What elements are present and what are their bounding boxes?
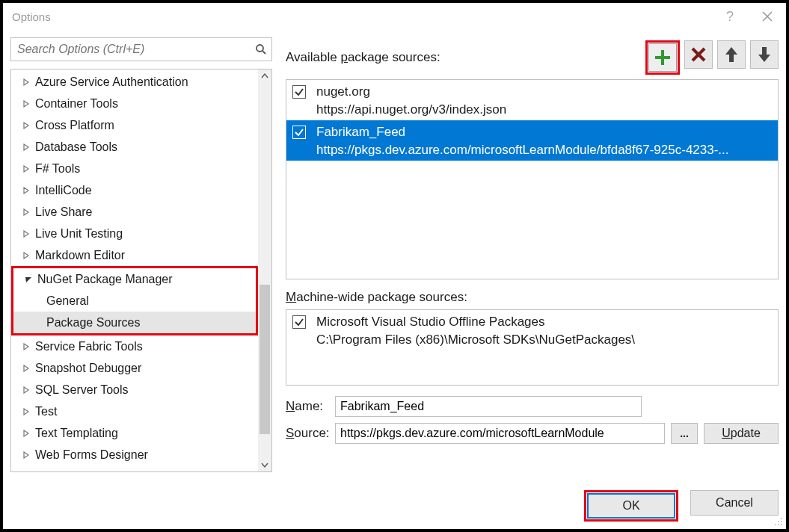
right-panel: Available package sources: [275,30,786,480]
source-row[interactable]: Fabrikam_Feedhttps://pkgs.dev.azure.com/… [286,120,778,161]
available-sources-header: Available package sources: [286,40,779,75]
sources-toolbar [645,40,779,75]
available-sources-list[interactable]: nuget.orghttps://api.nuget.org/v3/index.… [286,79,779,279]
source-field[interactable] [335,423,665,444]
caret-down-icon [24,275,33,284]
browse-button[interactable]: ... [671,423,698,444]
options-tree-container: Azure Service AuthenticationContainer To… [10,69,272,472]
machine-sources-list[interactable]: Microsoft Visual Studio Offline Packages… [286,309,779,386]
resize-grip-icon[interactable] [773,516,783,526]
source-name: nuget.org [316,83,772,101]
tree-item[interactable]: Markdown Editor [11,244,258,266]
nuget-highlight: NuGet Package ManagerGeneralPackage Sour… [11,266,258,335]
move-down-button[interactable] [750,40,779,69]
tree-item-label: Web Forms Designer [35,444,148,466]
svg-point-4 [781,518,782,519]
add-source-button[interactable] [648,43,677,72]
tree-item[interactable]: Azure Service Authentication [11,71,258,93]
tree-item[interactable]: Test [11,400,258,422]
close-button[interactable] [749,3,786,30]
caret-right-icon [22,186,31,195]
tree-item[interactable]: Cross Platform [11,114,258,136]
tree-item-label: Azure Service Authentication [35,71,188,93]
caret-right-icon [22,451,31,460]
source-checkbox[interactable] [292,126,306,139]
source-checkbox[interactable] [292,85,306,99]
caret-right-icon [22,407,31,416]
caret-right-icon [22,342,31,351]
tree-item[interactable]: IntelliCode [11,179,258,201]
move-up-button[interactable] [717,40,746,69]
tree-item[interactable]: Web Forms Designer [11,444,258,466]
scroll-down-button[interactable] [258,458,271,471]
tree-item[interactable]: NuGet Package Manager [13,268,256,290]
options-tree[interactable]: Azure Service AuthenticationContainer To… [11,69,258,471]
help-button[interactable]: ? [711,3,749,30]
tree-item[interactable]: Database Tools [11,136,258,158]
source-row: Source: ... Update [286,423,779,444]
tree-item[interactable]: Package Sources [13,312,256,333]
source-row[interactable]: Microsoft Visual Studio Offline Packages… [286,310,778,350]
source-label: Source: [286,426,335,441]
caret-right-icon [22,251,31,260]
svg-point-9 [781,524,782,525]
tree-item[interactable]: General [13,290,256,312]
caret-right-icon [22,386,31,395]
tree-scrollbar[interactable] [258,69,271,471]
search-input[interactable] [11,40,251,59]
x-icon [690,46,707,63]
tree-item-label: Service Fabric Tools [35,335,143,357]
search-icon [251,38,271,61]
caret-right-icon [22,99,31,108]
search-options[interactable] [10,37,272,61]
caret-right-icon [22,143,31,152]
update-button[interactable]: Update [704,423,779,444]
source-url: https://pkgs.dev.azure.com/microsoftLear… [316,141,772,159]
ok-button[interactable]: OK [587,493,675,519]
tree-item-label: General [46,290,89,312]
close-icon [762,11,773,22]
source-checkbox[interactable] [292,315,306,329]
scroll-up-button[interactable] [258,69,271,83]
available-sources-label: Available package sources: [286,50,440,65]
arrow-up-icon [724,46,739,64]
svg-point-7 [775,524,776,525]
tree-item-label: Text Templating [35,422,118,444]
plus-icon [654,49,672,66]
tree-item[interactable]: F# Tools [11,158,258,179]
arrow-down-icon [757,46,772,64]
cancel-button[interactable]: Cancel [690,490,779,516]
tree-item-label: F# Tools [35,158,80,179]
name-label: Name: [286,399,335,414]
tree-item-label: Live Share [35,201,93,223]
scroll-thumb[interactable] [260,285,270,434]
tree-item[interactable]: SQL Server Tools [11,379,258,400]
caret-right-icon [22,429,31,438]
remove-source-button[interactable] [684,40,713,69]
dialog-footer: OK Cancel [3,480,786,529]
tree-item-label: Container Tools [35,93,118,114]
caret-right-icon [22,208,31,217]
source-row[interactable]: nuget.orghttps://api.nuget.org/v3/index.… [286,80,778,120]
tree-item[interactable]: Container Tools [11,93,258,114]
scroll-track[interactable] [258,83,271,458]
help-icon: ? [726,9,734,25]
left-panel: Azure Service AuthenticationContainer To… [3,30,275,480]
svg-point-5 [778,521,779,522]
caret-right-icon [22,164,31,173]
caret-right-icon [22,229,31,238]
source-name: Microsoft Visual Studio Offline Packages [316,313,772,331]
tree-item[interactable]: Service Fabric Tools [11,335,258,357]
tree-item[interactable]: Text Templating [11,422,258,444]
tree-item[interactable]: Live Unit Testing [11,223,258,244]
tree-item[interactable]: Live Share [11,201,258,223]
tree-item-label: Live Unit Testing [35,223,123,244]
tree-item-label: Markdown Editor [35,244,125,266]
tree-item-label: SQL Server Tools [35,379,129,400]
caret-right-icon [22,121,31,130]
tree-item[interactable]: Snapshot Debugger [11,357,258,379]
options-dialog: Options ? Azure Service AuthenticationCo… [0,0,789,532]
caret-right-icon [22,78,31,87]
name-field[interactable] [335,396,642,417]
tree-item-label: NuGet Package Manager [37,268,173,290]
